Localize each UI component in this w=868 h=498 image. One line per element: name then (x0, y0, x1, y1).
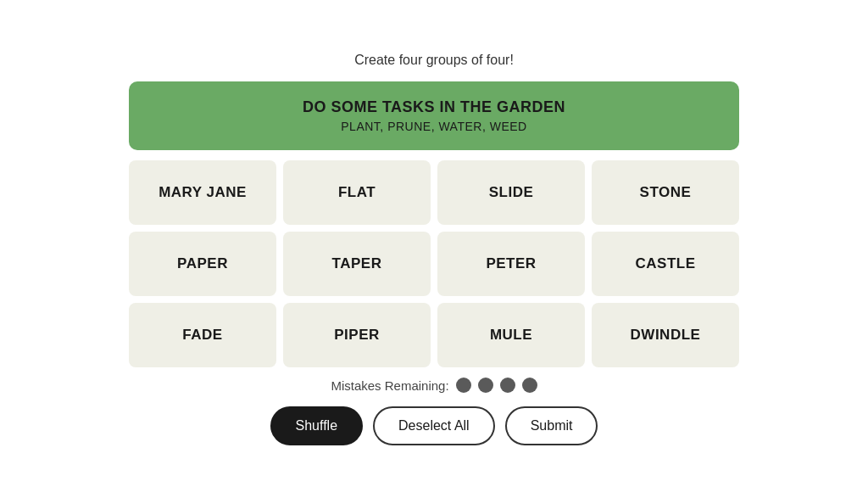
category-words: PLANT, PRUNE, WATER, WEED (341, 120, 526, 133)
tile-2[interactable]: SLIDE (437, 160, 585, 225)
buttons-row: Shuffle Deselect All Submit (270, 406, 598, 445)
mistake-dot-1 (456, 378, 471, 393)
mistake-dot-2 (478, 378, 493, 393)
tile-6[interactable]: PETER (437, 232, 585, 296)
submit-button[interactable]: Submit (505, 406, 598, 445)
tile-4[interactable]: PAPER (129, 232, 276, 296)
tile-9[interactable]: PIPER (283, 303, 431, 367)
tile-8[interactable]: FADE (129, 303, 276, 367)
mistake-dot-4 (522, 378, 537, 393)
tile-3[interactable]: STONE (592, 160, 739, 225)
tile-11[interactable]: DWINDLE (592, 303, 739, 367)
deselect-button[interactable]: Deselect All (373, 406, 495, 445)
tile-0[interactable]: MARY JANE (129, 160, 276, 225)
tile-7[interactable]: CASTLE (592, 232, 739, 296)
tile-5[interactable]: TAPER (283, 232, 431, 296)
tile-1[interactable]: FLAT (283, 160, 431, 225)
mistake-dot-3 (500, 378, 515, 393)
mistakes-label: Mistakes Remaining: (331, 378, 448, 393)
solved-category: DO SOME TASKS IN THE GARDEN PLANT, PRUNE… (129, 81, 739, 150)
tile-10[interactable]: MULE (437, 303, 585, 367)
category-title: DO SOME TASKS IN THE GARDEN (303, 98, 565, 116)
tiles-grid: MARY JANEFLATSLIDESTONEPAPERTAPERPETERCA… (129, 160, 739, 367)
mistakes-row: Mistakes Remaining: (331, 378, 537, 393)
subtitle: Create four groups of four! (354, 53, 514, 68)
game-container: Create four groups of four! DO SOME TASK… (129, 53, 739, 445)
shuffle-button[interactable]: Shuffle (270, 406, 364, 445)
